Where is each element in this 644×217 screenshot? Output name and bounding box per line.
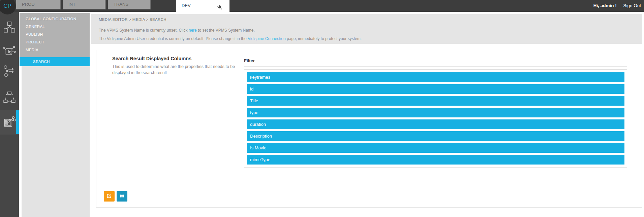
- notice-vpms-text-before: The VPMS System Name is currently unset.…: [99, 28, 189, 33]
- sidebar-item-assets[interactable]: [0, 21, 19, 35]
- filter-divider: [244, 66, 627, 67]
- config-menu-lower-area: [22, 66, 90, 217]
- media-editor-icon: [3, 115, 16, 129]
- tab-dev-label: DEV: [182, 3, 191, 8]
- notice-vpms-name: The VPMS System Name is currently unset.…: [99, 28, 255, 33]
- content-panel: Search Result Displayed Columns This is …: [96, 50, 642, 208]
- notice-band: MEDIA EDITOR > MEDIA > SEARCH The VPMS S…: [91, 14, 642, 44]
- sign-out-link[interactable]: Sign Out: [623, 3, 641, 8]
- tab-prod[interactable]: PROD: [16, 0, 61, 9]
- filter-item-id[interactable]: id: [247, 84, 624, 94]
- sidebar-item-interactive[interactable]: [0, 45, 19, 60]
- edit-button[interactable]: [104, 191, 115, 202]
- app-logo-text: CP: [3, 3, 11, 9]
- notice-vpms-here-link[interactable]: here: [189, 28, 197, 33]
- vidispine-connection-link[interactable]: Vidispine Connection: [248, 36, 286, 41]
- assets-cubes-icon: [3, 21, 16, 35]
- interactive-config-icon: [3, 45, 16, 59]
- filter-item-type[interactable]: type: [247, 108, 624, 117]
- distribution-cycle-icon: [3, 91, 16, 105]
- filter-item-duration[interactable]: duration: [247, 119, 624, 129]
- menu-item-media[interactable]: MEDIA: [20, 46, 90, 54]
- tab-int[interactable]: INT: [63, 0, 106, 9]
- top-bar: PROD INT TRANS DEV Hi, admin ! Sign O: [0, 0, 644, 12]
- active-icon-indicator: [16, 110, 19, 134]
- tab-prod-label: PROD: [22, 2, 35, 7]
- filter-label: Filter: [244, 58, 255, 63]
- tab-dev[interactable]: DEV: [176, 0, 229, 12]
- tab-trans-label: TRANS: [114, 2, 128, 7]
- tab-int-label: INT: [68, 2, 75, 7]
- config-menu: GLOBAL CONFIGURATION GENERAL PUBLISH PRO…: [20, 13, 90, 66]
- menu-item-search-active[interactable]: SEARCH: [20, 57, 90, 66]
- page-description: This is used to determine what are the p…: [112, 64, 240, 76]
- notice-vidispine-text-after: page, immediately to protect your system…: [286, 36, 362, 41]
- tab-trans[interactable]: TRANS: [108, 0, 151, 9]
- icon-sidebar: [0, 0, 19, 217]
- app-root: PROD INT TRANS DEV Hi, admin ! Sign O: [0, 0, 644, 217]
- plug-icon: [217, 3, 223, 14]
- sidebar-item-distribution[interactable]: [0, 91, 19, 105]
- binoculars-icon: [119, 193, 125, 200]
- workflow-icon: [3, 65, 16, 79]
- sidebar-item-workflow[interactable]: [0, 64, 19, 79]
- filter-item-is-movie[interactable]: Is Movie: [247, 143, 624, 153]
- topbar-user-area: Hi, admin ! Sign Out: [593, 0, 641, 12]
- notice-vpms-text-after: to set the VPMS System Name.: [197, 28, 255, 33]
- page-title: Search Result Displayed Columns: [112, 56, 191, 61]
- breadcrumb: MEDIA EDITOR > MEDIA > SEARCH: [99, 17, 166, 22]
- menu-item-general[interactable]: GENERAL: [20, 23, 90, 31]
- filter-list: keyframes id Title type duration Descrip…: [244, 69, 627, 168]
- filter-item-keyframes[interactable]: keyframes: [247, 72, 624, 82]
- menu-item-global-configuration[interactable]: GLOBAL CONFIGURATION: [20, 15, 90, 23]
- filter-item-mimetype[interactable]: mimeType: [247, 155, 624, 165]
- notice-vidispine-text-before: The Vidispine Admin User credential is c…: [99, 36, 248, 41]
- preview-search-button[interactable]: [117, 191, 127, 202]
- filter-item-title[interactable]: Title: [247, 96, 624, 106]
- menu-item-project[interactable]: PROJECT: [20, 38, 90, 46]
- edit-icon: [106, 193, 112, 200]
- filter-item-description[interactable]: Description: [247, 131, 624, 141]
- user-greeting: Hi, admin !: [593, 3, 617, 8]
- notice-vidispine-credential: The Vidispine Admin User credential is c…: [99, 36, 362, 41]
- menu-item-publish[interactable]: PUBLISH: [20, 31, 90, 38]
